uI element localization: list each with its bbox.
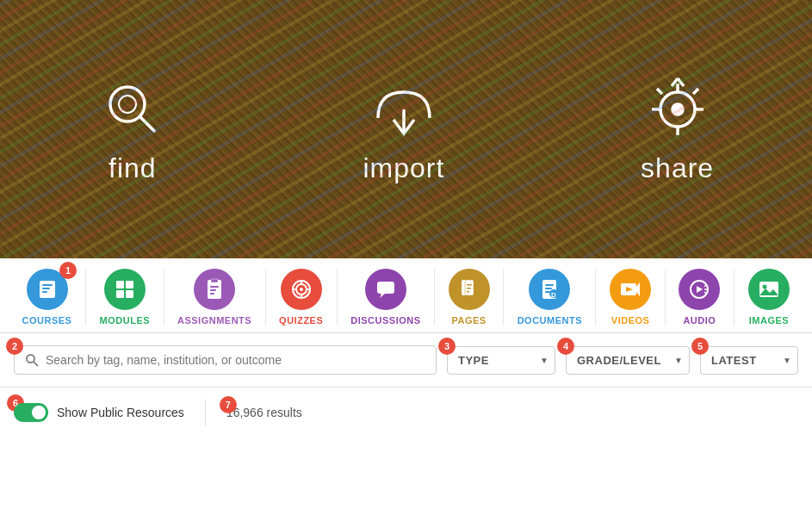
- assignments-icon: [203, 278, 226, 301]
- hero-import-label: import: [363, 152, 445, 184]
- results-badge: 7: [220, 396, 237, 413]
- svg-rect-18: [116, 281, 124, 288]
- svg-point-56: [762, 285, 766, 289]
- svg-point-11: [673, 104, 683, 115]
- type-select[interactable]: TYPE Course Module Assignment: [447, 346, 555, 375]
- svg-rect-25: [210, 289, 216, 291]
- svg-rect-26: [210, 293, 214, 295]
- type-badge: 3: [438, 338, 456, 355]
- hero-banner: find import share: [0, 0, 812, 258]
- search-bar: 2 3 TYPE Course Module Assignment ▼ 4 GR…: [0, 333, 812, 388]
- results-wrap: 7 16,966 results: [226, 405, 302, 420]
- svg-marker-48: [636, 282, 640, 296]
- svg-line-7: [657, 89, 662, 94]
- quizzes-icon: [290, 278, 313, 301]
- category-assignments[interactable]: ASSIGNMENTS: [164, 269, 266, 326]
- svg-line-54: [704, 292, 706, 294]
- assignments-label: ASSIGNMENTS: [177, 315, 251, 326]
- category-courses[interactable]: 1 COURSES: [9, 269, 86, 326]
- hero-find: find: [98, 75, 167, 184]
- videos-icon-circle: [610, 269, 651, 310]
- svg-rect-40: [467, 291, 469, 293]
- pages-icon-circle: [449, 269, 490, 310]
- toggle-wrap[interactable]: 6 Show Public Resources: [14, 403, 184, 422]
- courses-icon: [36, 278, 59, 301]
- discussions-icon-circle: [365, 269, 406, 310]
- import-icon: [369, 75, 438, 144]
- search-input[interactable]: [46, 353, 425, 367]
- images-label: IMAGES: [749, 315, 789, 326]
- svg-rect-21: [126, 290, 133, 298]
- type-filter[interactable]: 3 TYPE Course Module Assignment ▼: [447, 346, 555, 375]
- grade-filter[interactable]: 4 GRADE/LEVEL K-2 3-5 6-8 9-12 ▼: [566, 346, 690, 375]
- category-videos[interactable]: VIDEOS: [596, 269, 665, 326]
- grade-badge: 4: [557, 338, 574, 355]
- public-resources-toggle[interactable]: [14, 403, 48, 422]
- search-icon: [25, 353, 39, 367]
- sort-filter[interactable]: 5 LATEST OLDEST POPULAR ▼: [700, 346, 798, 375]
- audio-label: AUDIO: [683, 315, 716, 326]
- quizzes-label: QUIZZES: [279, 315, 323, 326]
- courses-badge: 1: [59, 262, 77, 279]
- svg-point-29: [300, 288, 303, 291]
- svg-line-8: [693, 89, 698, 94]
- share-icon: [643, 75, 712, 144]
- svg-rect-34: [377, 282, 394, 294]
- divider: [205, 400, 206, 425]
- audio-icon: [688, 278, 710, 301]
- pages-label: PAGES: [451, 315, 486, 326]
- svg-rect-38: [467, 284, 472, 286]
- svg-rect-24: [210, 286, 219, 288]
- svg-marker-51: [697, 286, 703, 293]
- category-documents[interactable]: D DOCUMENTS: [504, 269, 596, 326]
- hero-share: share: [641, 75, 714, 184]
- toggle-label: Show Public Resources: [57, 406, 184, 419]
- category-discussions[interactable]: DISCUSSIONS: [338, 269, 435, 326]
- svg-point-58: [27, 355, 34, 363]
- hero-import: import: [363, 75, 445, 184]
- grade-select[interactable]: GRADE/LEVEL K-2 3-5 6-8 9-12: [566, 346, 690, 375]
- svg-rect-19: [126, 281, 133, 288]
- svg-line-1: [139, 116, 155, 132]
- svg-rect-43: [545, 288, 552, 289]
- audio-icon-circle: [679, 269, 720, 310]
- svg-rect-20: [116, 290, 124, 298]
- find-icon: [98, 75, 167, 144]
- hero-share-label: share: [641, 152, 714, 184]
- discussions-icon: [375, 278, 397, 301]
- hero-find-label: find: [108, 152, 157, 184]
- assignments-icon-circle: [194, 269, 235, 310]
- documents-label: DOCUMENTS: [518, 315, 582, 326]
- category-bar: 1 COURSES MODULES: [0, 258, 812, 333]
- search-badge: 2: [6, 338, 23, 355]
- documents-icon: D: [538, 278, 561, 301]
- svg-rect-16: [42, 288, 50, 289]
- category-audio[interactable]: AUDIO: [666, 269, 735, 326]
- modules-icon-circle: [104, 269, 146, 310]
- svg-line-52: [704, 285, 706, 287]
- category-modules[interactable]: MODULES: [86, 269, 164, 326]
- svg-rect-42: [545, 284, 554, 286]
- svg-rect-44: [545, 291, 550, 293]
- results-text: 16,966 results: [226, 406, 302, 419]
- svg-marker-35: [380, 294, 385, 298]
- sort-badge: 5: [691, 338, 709, 355]
- svg-line-59: [34, 362, 38, 366]
- modules-label: MODULES: [100, 315, 151, 326]
- documents-icon-circle: D: [529, 269, 570, 310]
- discussions-label: DISCUSSIONS: [350, 315, 420, 326]
- sort-select[interactable]: LATEST OLDEST POPULAR: [700, 346, 798, 375]
- quizzes-icon-circle: [281, 269, 322, 310]
- svg-rect-39: [467, 288, 471, 289]
- videos-icon: [619, 278, 642, 301]
- modules-icon: [114, 278, 136, 301]
- category-quizzes[interactable]: QUIZZES: [266, 269, 338, 326]
- search-input-wrap[interactable]: 2: [14, 345, 437, 375]
- images-icon-circle: [748, 269, 790, 310]
- category-pages[interactable]: PAGES: [435, 269, 504, 326]
- courses-label: COURSES: [22, 315, 72, 326]
- svg-rect-17: [42, 291, 47, 293]
- images-icon: [758, 278, 780, 301]
- pages-icon: [458, 278, 480, 301]
- category-images[interactable]: IMAGES: [735, 269, 803, 326]
